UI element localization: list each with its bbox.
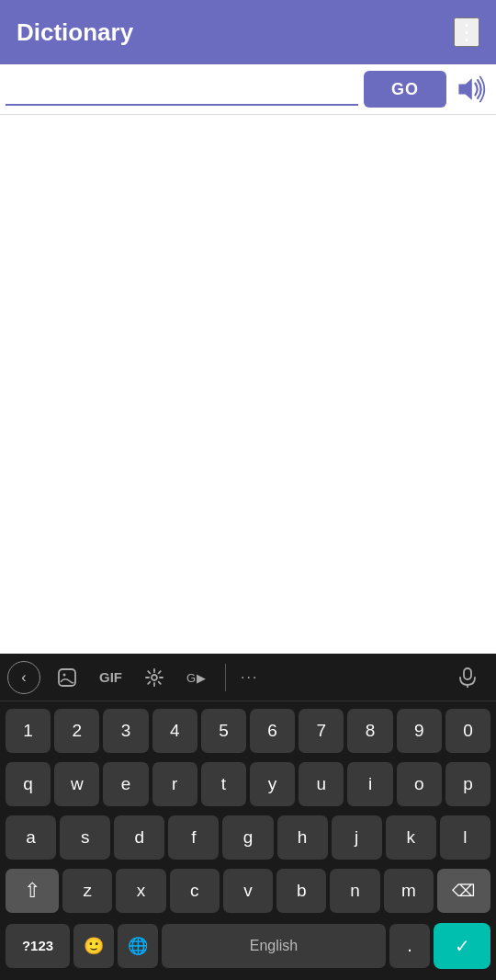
key-m[interactable]: m xyxy=(384,869,434,913)
key-n[interactable]: n xyxy=(330,869,379,913)
key-9[interactable]: 9 xyxy=(397,709,442,753)
go-button[interactable]: GO xyxy=(364,71,446,108)
search-input[interactable] xyxy=(6,73,358,106)
bottom-bar: ?123 🙂 🌐 English . ✓ xyxy=(0,917,496,976)
keyboard: ‹ GIF G ▶ ··· xyxy=(0,654,496,980)
key-h[interactable]: h xyxy=(277,815,328,860)
key-t[interactable]: t xyxy=(201,762,246,806)
svg-rect-6 xyxy=(464,668,471,679)
toolbar-divider xyxy=(225,664,226,691)
app-title: Dictionary xyxy=(17,18,133,47)
key-p[interactable]: p xyxy=(445,762,490,806)
svg-marker-0 xyxy=(458,78,471,99)
backspace-key[interactable]: ⌫ xyxy=(437,869,490,913)
settings-button[interactable] xyxy=(133,657,175,698)
number-row: 1 2 3 4 5 6 7 8 9 0 xyxy=(0,701,496,758)
asdf-row: a s d f g h j k l xyxy=(0,811,496,864)
keyboard-toolbar: ‹ GIF G ▶ ··· xyxy=(0,654,496,701)
speaker-button[interactable] xyxy=(450,69,490,109)
app-header: Dictionary ⋮ xyxy=(0,0,496,64)
key-g[interactable]: g xyxy=(222,815,273,860)
menu-button[interactable]: ⋮ xyxy=(454,17,479,47)
key-e[interactable]: e xyxy=(103,762,148,806)
shift-key[interactable]: ⇧ xyxy=(6,869,59,913)
zxcv-row: ⇧ z x c v b n m ⌫ xyxy=(0,864,496,917)
key-a[interactable]: a xyxy=(6,815,56,860)
mic-button[interactable] xyxy=(446,657,489,698)
svg-text:▶: ▶ xyxy=(197,671,206,685)
key-q[interactable]: q xyxy=(6,762,51,806)
globe-key[interactable]: 🌐 xyxy=(118,924,158,968)
key-2[interactable]: 2 xyxy=(54,709,99,753)
key-z[interactable]: z xyxy=(62,869,112,913)
qwerty-row: q w e r t y u i o p xyxy=(0,758,496,811)
key-r[interactable]: r xyxy=(152,762,197,806)
key-6[interactable]: 6 xyxy=(250,709,295,753)
enter-key[interactable]: ✓ xyxy=(434,923,490,969)
key-s[interactable]: s xyxy=(60,815,110,860)
translate-button[interactable]: G ▶ xyxy=(175,657,221,698)
key-5[interactable]: 5 xyxy=(201,709,246,753)
key-d[interactable]: d xyxy=(114,815,164,860)
key-c[interactable]: c xyxy=(170,869,220,913)
key-7[interactable]: 7 xyxy=(299,709,344,753)
key-x[interactable]: x xyxy=(116,869,165,913)
key-0[interactable]: 0 xyxy=(445,709,490,753)
key-3[interactable]: 3 xyxy=(103,709,148,753)
key-8[interactable]: 8 xyxy=(347,709,392,753)
key-1[interactable]: 1 xyxy=(6,709,51,753)
key-v[interactable]: v xyxy=(223,869,273,913)
key-j[interactable]: j xyxy=(332,815,382,860)
key-f[interactable]: f xyxy=(168,815,219,860)
period-key[interactable]: . xyxy=(389,924,430,968)
key-b[interactable]: b xyxy=(276,869,326,913)
keyboard-back-button[interactable]: ‹ xyxy=(7,661,40,694)
key-y[interactable]: y xyxy=(250,762,295,806)
svg-point-3 xyxy=(152,675,157,680)
gif-button[interactable]: GIF xyxy=(88,657,133,698)
key-w[interactable]: w xyxy=(54,762,99,806)
search-bar: GO xyxy=(0,64,496,115)
key-i[interactable]: i xyxy=(347,762,392,806)
key-o[interactable]: o xyxy=(397,762,442,806)
sticker-button[interactable] xyxy=(46,657,88,698)
content-area xyxy=(0,115,496,585)
space-key[interactable]: English xyxy=(162,924,386,968)
key-k[interactable]: k xyxy=(386,815,436,860)
key-u[interactable]: u xyxy=(299,762,344,806)
more-button[interactable]: ··· xyxy=(230,657,269,698)
key-4[interactable]: 4 xyxy=(152,709,197,753)
speaker-icon xyxy=(454,73,487,106)
svg-text:G: G xyxy=(186,671,196,685)
key-l[interactable]: l xyxy=(440,815,490,860)
sym-key[interactable]: ?123 xyxy=(6,924,70,968)
svg-point-2 xyxy=(63,673,66,676)
emoji-key[interactable]: 🙂 xyxy=(73,924,114,968)
